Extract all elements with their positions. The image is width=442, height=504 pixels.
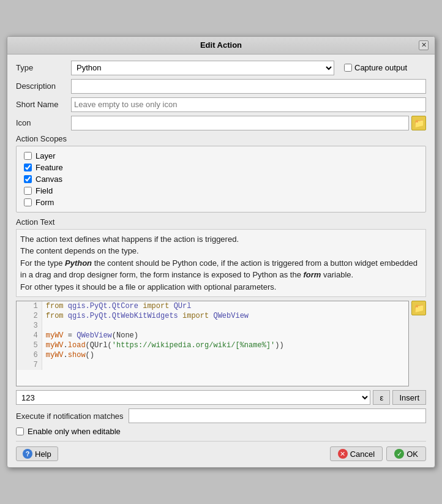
scope-canvas-label: Canvas	[36, 175, 62, 184]
code-editor[interactable]: 1 from qgis.PyQt.QtCore import QUrl 2 fr…	[16, 301, 409, 386]
action-description: The action text defines what happens if …	[16, 229, 426, 298]
icon-controls: 📁	[71, 116, 426, 130]
close-button[interactable]: ✕	[419, 40, 429, 50]
code-line-6: 6 myWV.show()	[17, 350, 408, 360]
action-text-section: Action Text The action text defines what…	[16, 217, 426, 437]
code-line-4: 4 myWV = QWebView(None)	[17, 331, 408, 340]
icon-row: Icon 📁	[16, 116, 426, 130]
code-area-wrapper: 1 from qgis.PyQt.QtCore import QUrl 2 fr…	[16, 301, 426, 386]
code-line-7: 7	[17, 360, 408, 370]
icon-label: Icon	[16, 118, 71, 127]
scope-layer-checkbox[interactable]	[24, 152, 32, 160]
scope-form-checkbox[interactable]	[24, 198, 32, 206]
capture-output-label: Capture output	[344, 63, 407, 72]
scope-feature-label: Feature	[36, 163, 63, 172]
scope-layer-label: Layer	[36, 151, 56, 160]
scope-canvas-checkbox[interactable]	[24, 175, 32, 183]
code-line-3: 3	[17, 321, 408, 331]
notification-row: Execute if notification matches	[16, 408, 426, 423]
scope-feature-checkbox[interactable]	[24, 164, 32, 171]
code-folder-button[interactable]: 📁	[411, 301, 426, 315]
expr-select[interactable]: 123	[16, 390, 370, 405]
short-name-row: Short Name	[16, 97, 426, 112]
scopes-box: Layer Feature Canvas Field Form	[16, 146, 426, 213]
notification-input[interactable]	[129, 408, 426, 423]
scope-form-label: Form	[36, 198, 54, 207]
description-input[interactable]: Wikipedia	[71, 79, 426, 94]
short-name-label: Short Name	[16, 100, 71, 109]
dialog-title: Edit Action	[23, 40, 419, 50]
scope-field-label: Field	[36, 186, 53, 195]
code-lines: 1 from qgis.PyQt.QtCore import QUrl 2 fr…	[17, 301, 408, 370]
description-label: Description	[16, 81, 71, 91]
type-label: Type	[16, 63, 71, 72]
title-bar: Edit Action ✕	[7, 37, 435, 55]
code-line-5: 5 myWV.load(QUrl('https://wikipedia.org/…	[17, 340, 408, 350]
capture-output-checkbox[interactable]	[344, 64, 352, 72]
insert-button[interactable]: Insert	[392, 390, 426, 405]
help-button[interactable]: ? Help	[16, 446, 58, 461]
type-row: Type Python Generic Open Capture output	[16, 61, 426, 75]
notification-label: Execute if notification matches	[16, 412, 124, 421]
cancel-icon: ✕	[338, 449, 348, 459]
scope-field-checkbox[interactable]	[24, 187, 32, 195]
cancel-button[interactable]: ✕ Cancel	[330, 446, 383, 461]
scope-canvas-row: Canvas	[24, 175, 418, 184]
editable-row: Enable only when editable	[16, 427, 426, 436]
code-line-2: 2 from qgis.PyQt.QtWebKitWidgets import …	[17, 311, 408, 321]
scope-layer-row: Layer	[24, 151, 418, 160]
expr-button[interactable]: ε	[373, 390, 390, 405]
button-row: ? Help ✕ Cancel ✓ OK	[16, 441, 426, 461]
editable-label: Enable only when editable	[28, 427, 121, 436]
dialog-content: Type Python Generic Open Capture output …	[7, 55, 435, 468]
ok-icon: ✓	[394, 449, 404, 459]
scope-feature-row: Feature	[24, 163, 418, 172]
help-icon: ?	[23, 449, 32, 459]
code-line-1: 1 from qgis.PyQt.QtCore import QUrl	[17, 301, 408, 311]
editable-checkbox[interactable]	[16, 427, 24, 435]
type-select[interactable]: Python Generic Open	[71, 61, 334, 75]
action-buttons: ✕ Cancel ✓ OK	[330, 446, 426, 461]
action-scopes-label: Action Scopes	[16, 134, 426, 143]
icon-folder-button[interactable]: 📁	[411, 116, 426, 130]
edit-action-dialog: Edit Action ✕ Type Python Generic Open C…	[7, 36, 435, 468]
icon-input[interactable]	[71, 116, 409, 130]
action-text-label: Action Text	[16, 217, 426, 227]
description-row: Description Wikipedia	[16, 79, 426, 94]
scope-form-row: Form	[24, 198, 418, 207]
ok-button[interactable]: ✓ OK	[386, 446, 426, 461]
scope-field-row: Field	[24, 186, 418, 195]
expr-row: 123 ε Insert	[16, 390, 426, 405]
type-controls: Python Generic Open Capture output	[71, 61, 407, 75]
short-name-input[interactable]	[71, 97, 426, 112]
